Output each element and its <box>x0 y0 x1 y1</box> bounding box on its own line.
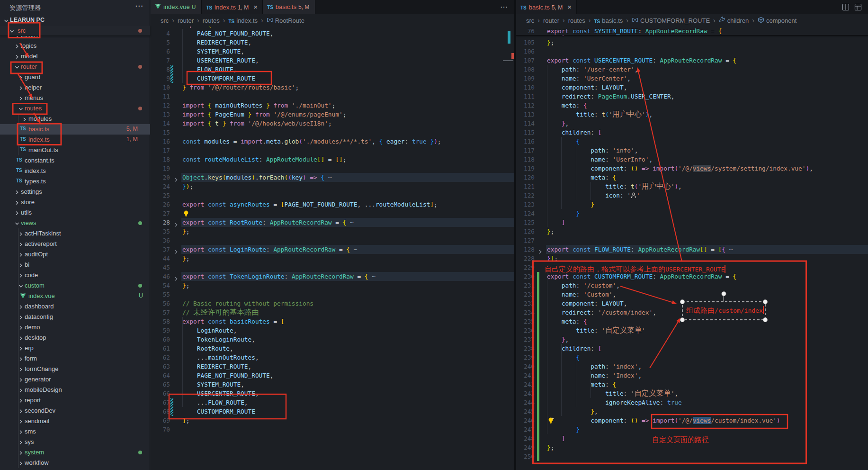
customize-layout-icon[interactable] <box>854 3 862 13</box>
middle-tab-index-ts[interactable]: TSindex.ts1, M× <box>202 0 263 14</box>
right-line-111[interactable]: 111 redirect: PageEnum.USER_CENTER, <box>516 92 868 101</box>
tree-item-seconddev[interactable]: secondDev <box>0 406 150 416</box>
middle-line-60[interactable]: 60 TokenLoginRoute, <box>151 335 514 344</box>
sticky-scroll-line[interactable]: 76export const SYSTEM_ROUTE: AppRouteRec… <box>516 27 868 36</box>
middle-line-45[interactable]: 45 <box>151 263 514 272</box>
tree-item-router[interactable]: router <box>0 62 150 72</box>
middle-line-36[interactable]: 36 <box>151 236 514 245</box>
right-breadcrumb-children[interactable]: children <box>719 15 749 27</box>
right-tab-basic-ts[interactable]: TSbasic.ts5, M× <box>516 0 577 14</box>
right-line-116[interactable]: 116 { <box>516 137 868 146</box>
right-line-230[interactable]: 230export const CUSTOMFORM_ROUTE: AppRou… <box>516 272 868 281</box>
tree-item-acthitaskinst[interactable]: actHiTaskinst <box>0 228 150 239</box>
middle-line-10[interactable]: 10} from '/@/router/routes/basic'; <box>151 83 514 92</box>
right-line-232[interactable]: 232 name: 'Custom', <box>516 290 868 299</box>
right-line-117[interactable]: 117 path: 'info', <box>516 146 868 155</box>
tree-item-erp[interactable]: erp <box>0 343 150 353</box>
middle-editor-more-actions-icon[interactable]: ⋯ <box>500 0 508 14</box>
middle-breadcrumb-routes[interactable]: routes <box>203 15 220 27</box>
right-line-114[interactable]: 114 }, <box>516 119 868 128</box>
tree-item-form[interactable]: form <box>0 353 150 364</box>
right-line-109[interactable]: 109 name: 'UserCenter', <box>516 74 868 83</box>
middle-line-8[interactable]: 8 FLOW_ROUTE, <box>151 65 514 74</box>
tree-item-views[interactable]: views <box>0 218 150 228</box>
middle-line-64[interactable]: 64 PAGE_NOT_FOUND_ROUTE, <box>151 371 514 380</box>
middle-line-16[interactable]: 16const modules = import.meta.glob('./mo… <box>151 137 514 146</box>
tree-item-model[interactable]: model <box>0 51 150 62</box>
middle-line-24[interactable]: 24}); <box>151 182 514 191</box>
tree-item-custom[interactable]: custom <box>0 280 150 291</box>
right-line-235[interactable]: 235 meta: { <box>516 317 868 326</box>
middle-breadcrumb-index-ts[interactable]: TSindex.ts <box>228 15 258 27</box>
middle-line-19[interactable]: 19 <box>151 164 514 173</box>
middle-line-67[interactable]: 67 ...FLOW_ROUTE, <box>151 398 514 407</box>
middle-line-5[interactable]: 5 REDIRECT_ROUTE, <box>151 38 514 47</box>
tree-item-mobiledesign[interactable]: mobileDesign <box>0 385 150 395</box>
tree-item-dashboard[interactable]: dashboard <box>0 301 150 312</box>
middle-line-68[interactable]: 68 CUSTOMFORM_ROUTE <box>151 407 514 416</box>
right-line-128[interactable]: 128export const FLOW_ROUTE: AppRouteReco… <box>516 245 868 254</box>
middle-line-59[interactable]: 59 LoginRoute, <box>151 326 514 335</box>
right-line-237[interactable]: 237 }, <box>516 335 868 344</box>
middle-line-56[interactable]: 56// Basic routing without permissions <box>151 299 514 308</box>
tree-item-activereport[interactable]: activereport <box>0 239 150 249</box>
middle-line-11[interactable]: 11 <box>151 92 514 101</box>
middle-line-63[interactable]: 63 REDIRECT_ROUTE, <box>151 362 514 371</box>
right-line-76-sticky[interactable]: 76export const SYSTEM_ROUTE: AppRouteRec… <box>516 27 868 36</box>
tree-item-sendmail[interactable]: sendmail <box>0 416 150 426</box>
right-line-239[interactable]: 239 { <box>516 353 868 362</box>
tree-item-index-ts[interactable]: TSindex.ts1, M <box>0 135 150 145</box>
middle-line-58[interactable]: 58export const basicRoutes = [ <box>151 317 514 326</box>
tree-item-auditopt[interactable]: auditOpt <box>0 249 150 260</box>
right-line-250[interactable]: 250 <box>516 452 868 461</box>
tree-item-code[interactable]: code <box>0 270 150 280</box>
right-line-245[interactable]: 245 }, <box>516 407 868 416</box>
right-line-122[interactable]: 122 icon: '' <box>516 191 868 200</box>
right-breadcrumb-component[interactable]: component <box>758 15 796 27</box>
tab-close-icon[interactable]: × <box>567 3 572 11</box>
tab-close-icon[interactable]: × <box>253 3 258 11</box>
tree-item-demo[interactable]: demo <box>0 322 150 333</box>
middle-line-25[interactable]: 25 <box>151 191 514 200</box>
tree-item-utils[interactable]: utils <box>0 208 150 218</box>
split-editor-icon[interactable] <box>842 3 850 13</box>
middle-line-70[interactable]: 70 <box>151 425 514 434</box>
tree-item-src-sticky[interactable]: src <box>0 26 150 36</box>
fold-chevron-icon[interactable] <box>174 274 178 279</box>
right-line-105[interactable]: 105}; <box>516 38 868 47</box>
right-line-110[interactable]: 110 component: LAYOUT, <box>516 83 868 92</box>
right-line-231[interactable]: 231 path: '/custom', <box>516 281 868 290</box>
right-line-234[interactable]: 234 redirect: '/custom/index', <box>516 308 868 317</box>
right-line-248[interactable]: 248 ] <box>516 434 868 443</box>
middle-line-62[interactable]: 62 ...mainOutRoutes, <box>151 353 514 362</box>
middle-tab-index-vue[interactable]: index.vueU <box>151 0 202 14</box>
middle-line-20[interactable]: 20Object.keys(modules).forEach((key) => … <box>151 173 514 182</box>
middle-line-4[interactable]: 4 PAGE_NOT_FOUND_ROUTE, <box>151 29 514 38</box>
explorer-more-actions-icon[interactable]: ⋯ <box>135 1 143 11</box>
middle-line-17[interactable]: 17 <box>151 146 514 155</box>
fold-chevron-icon[interactable] <box>174 247 178 252</box>
right-line-120[interactable]: 120 meta: { <box>516 173 868 182</box>
right-line-233[interactable]: 233 component: LAYOUT, <box>516 299 868 308</box>
tree-item-dataconfig[interactable]: dataconfig <box>0 312 150 322</box>
right-line-249[interactable]: 249}; <box>516 443 868 452</box>
tree-item-bi[interactable]: bi <box>0 260 150 270</box>
tree-item-report[interactable]: report <box>0 395 150 406</box>
tree-item-index-vue[interactable]: index.vueU <box>0 291 150 301</box>
right-breadcrumb-routes[interactable]: routes <box>568 15 585 27</box>
tree-item-mainout-ts[interactable]: TSmainOut.ts <box>0 145 150 155</box>
middle-line-55[interactable]: 55 <box>151 290 514 299</box>
right-line-229[interactable]: 229 <box>516 263 868 272</box>
fold-chevron-icon[interactable] <box>174 175 178 180</box>
middle-line-46[interactable]: 46export const TokenLoginRoute: AppRoute… <box>151 272 514 281</box>
middle-line-7[interactable]: 7 USERCENTER_ROUTE, <box>151 56 514 65</box>
middle-line-61[interactable]: 61 RootRoute, <box>151 344 514 353</box>
middle-breadcrumb-router[interactable]: router <box>178 15 194 27</box>
right-line-119[interactable]: 119 component: () => import('/@/views/sy… <box>516 164 868 173</box>
right-line-124[interactable]: 124 } <box>516 209 868 218</box>
tree-item-basic-ts[interactable]: TSbasic.ts5, M <box>0 124 150 135</box>
right-line-113[interactable]: 113 title: t('用户中心'), <box>516 110 868 119</box>
tree-item-logics[interactable]: logics <box>0 41 150 51</box>
middle-line-9[interactable]: 9 CUSTOMFORM_ROUTE <box>151 74 514 83</box>
right-line-238[interactable]: 238 children: [ <box>516 344 868 353</box>
